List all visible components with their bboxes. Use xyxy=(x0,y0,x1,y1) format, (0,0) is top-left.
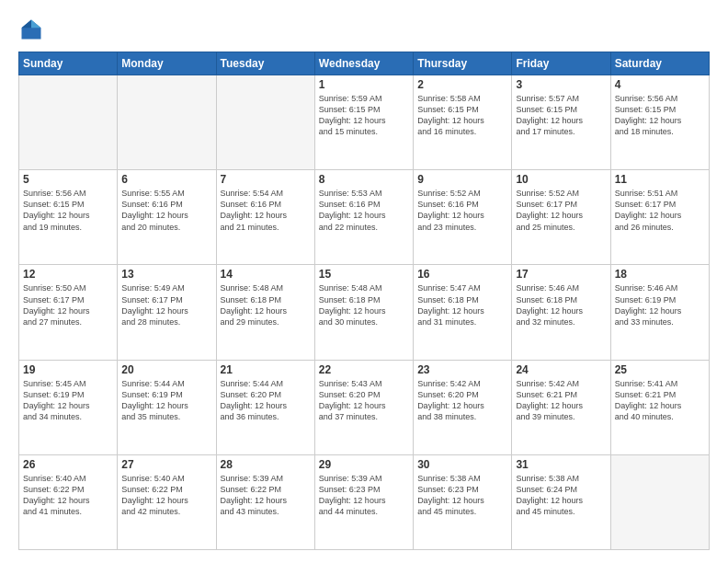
day-info: Sunrise: 5:53 AM Sunset: 6:16 PM Dayligh… xyxy=(319,188,409,233)
week-row: 19Sunrise: 5:45 AM Sunset: 6:19 PM Dayli… xyxy=(19,360,710,454)
day-number: 29 xyxy=(319,458,409,471)
calendar-cell: 19Sunrise: 5:45 AM Sunset: 6:19 PM Dayli… xyxy=(19,360,118,454)
day-info: Sunrise: 5:48 AM Sunset: 6:18 PM Dayligh… xyxy=(221,282,311,327)
day-info: Sunrise: 5:56 AM Sunset: 6:15 PM Dayligh… xyxy=(615,93,705,138)
calendar-cell: 20Sunrise: 5:44 AM Sunset: 6:19 PM Dayli… xyxy=(118,360,216,454)
day-info: Sunrise: 5:39 AM Sunset: 6:22 PM Dayligh… xyxy=(221,473,311,518)
day-number: 10 xyxy=(516,173,606,186)
weekday-header: Thursday xyxy=(414,52,512,75)
calendar-cell: 31Sunrise: 5:38 AM Sunset: 6:24 PM Dayli… xyxy=(512,454,610,549)
day-info: Sunrise: 5:47 AM Sunset: 6:18 PM Dayligh… xyxy=(417,282,507,327)
calendar-body: 1Sunrise: 5:59 AM Sunset: 6:15 PM Daylig… xyxy=(19,75,710,550)
calendar-cell: 9Sunrise: 5:52 AM Sunset: 6:16 PM Daylig… xyxy=(414,170,512,265)
day-info: Sunrise: 5:54 AM Sunset: 6:16 PM Dayligh… xyxy=(221,188,311,233)
header xyxy=(18,17,710,42)
calendar-cell: 3Sunrise: 5:57 AM Sunset: 6:15 PM Daylig… xyxy=(512,75,610,170)
day-number: 31 xyxy=(516,458,606,471)
calendar-cell: 15Sunrise: 5:48 AM Sunset: 6:18 PM Dayli… xyxy=(314,265,413,360)
weekday-header: Saturday xyxy=(610,52,709,75)
calendar-cell xyxy=(19,75,118,170)
calendar-cell: 5Sunrise: 5:56 AM Sunset: 6:15 PM Daylig… xyxy=(19,170,118,265)
calendar-cell: 2Sunrise: 5:58 AM Sunset: 6:15 PM Daylig… xyxy=(414,75,512,170)
day-info: Sunrise: 5:48 AM Sunset: 6:18 PM Dayligh… xyxy=(319,282,409,327)
day-info: Sunrise: 5:56 AM Sunset: 6:15 PM Dayligh… xyxy=(23,188,113,233)
week-row: 26Sunrise: 5:40 AM Sunset: 6:22 PM Dayli… xyxy=(19,454,710,549)
day-number: 22 xyxy=(319,363,409,376)
day-number: 9 xyxy=(417,173,507,186)
calendar-cell: 25Sunrise: 5:41 AM Sunset: 6:21 PM Dayli… xyxy=(610,360,709,454)
week-row: 12Sunrise: 5:50 AM Sunset: 6:17 PM Dayli… xyxy=(19,265,710,360)
weekday-header: Tuesday xyxy=(216,52,314,75)
day-number: 28 xyxy=(221,458,311,471)
calendar-cell: 4Sunrise: 5:56 AM Sunset: 6:15 PM Daylig… xyxy=(610,75,709,170)
day-number: 21 xyxy=(221,363,311,376)
day-number: 19 xyxy=(23,363,113,376)
calendar-cell xyxy=(216,75,314,170)
weekday-header: Sunday xyxy=(19,52,118,75)
day-number: 12 xyxy=(23,268,113,281)
day-info: Sunrise: 5:42 AM Sunset: 6:20 PM Dayligh… xyxy=(417,378,507,423)
calendar-cell: 18Sunrise: 5:46 AM Sunset: 6:19 PM Dayli… xyxy=(610,265,709,360)
day-number: 27 xyxy=(121,458,211,471)
day-number: 13 xyxy=(121,268,211,281)
calendar-cell: 22Sunrise: 5:43 AM Sunset: 6:20 PM Dayli… xyxy=(314,360,413,454)
day-info: Sunrise: 5:57 AM Sunset: 6:15 PM Dayligh… xyxy=(516,93,606,138)
day-number: 11 xyxy=(615,173,705,186)
calendar-cell: 11Sunrise: 5:51 AM Sunset: 6:17 PM Dayli… xyxy=(610,170,709,265)
day-number: 26 xyxy=(23,458,113,471)
day-number: 18 xyxy=(615,268,705,281)
calendar-cell: 1Sunrise: 5:59 AM Sunset: 6:15 PM Daylig… xyxy=(314,75,413,170)
day-info: Sunrise: 5:44 AM Sunset: 6:20 PM Dayligh… xyxy=(221,378,311,423)
day-info: Sunrise: 5:43 AM Sunset: 6:20 PM Dayligh… xyxy=(319,378,409,423)
calendar-cell xyxy=(610,454,709,549)
calendar-cell: 16Sunrise: 5:47 AM Sunset: 6:18 PM Dayli… xyxy=(414,265,512,360)
weekday-header: Monday xyxy=(118,52,216,75)
day-info: Sunrise: 5:51 AM Sunset: 6:17 PM Dayligh… xyxy=(615,188,705,233)
calendar-cell: 14Sunrise: 5:48 AM Sunset: 6:18 PM Dayli… xyxy=(216,265,314,360)
logo xyxy=(18,17,48,42)
day-info: Sunrise: 5:45 AM Sunset: 6:19 PM Dayligh… xyxy=(23,378,113,423)
week-row: 1Sunrise: 5:59 AM Sunset: 6:15 PM Daylig… xyxy=(19,75,710,170)
weekday-header: Wednesday xyxy=(314,52,413,75)
calendar-cell: 24Sunrise: 5:42 AM Sunset: 6:21 PM Dayli… xyxy=(512,360,610,454)
day-info: Sunrise: 5:59 AM Sunset: 6:15 PM Dayligh… xyxy=(319,93,409,138)
logo-icon xyxy=(18,17,44,42)
day-number: 2 xyxy=(417,78,507,91)
day-number: 7 xyxy=(221,173,311,186)
calendar-table: SundayMondayTuesdayWednesdayThursdayFrid… xyxy=(18,52,710,550)
calendar-cell: 29Sunrise: 5:39 AM Sunset: 6:23 PM Dayli… xyxy=(314,454,413,549)
day-number: 8 xyxy=(319,173,409,186)
day-number: 24 xyxy=(516,363,606,376)
day-number: 5 xyxy=(23,173,113,186)
day-info: Sunrise: 5:41 AM Sunset: 6:21 PM Dayligh… xyxy=(615,378,705,423)
calendar-cell: 10Sunrise: 5:52 AM Sunset: 6:17 PM Dayli… xyxy=(512,170,610,265)
weekday-header: Friday xyxy=(512,52,610,75)
day-number: 16 xyxy=(417,268,507,281)
day-number: 3 xyxy=(516,78,606,91)
day-info: Sunrise: 5:46 AM Sunset: 6:19 PM Dayligh… xyxy=(615,282,705,327)
week-row: 5Sunrise: 5:56 AM Sunset: 6:15 PM Daylig… xyxy=(19,170,710,265)
svg-marker-1 xyxy=(31,20,41,29)
calendar-cell: 8Sunrise: 5:53 AM Sunset: 6:16 PM Daylig… xyxy=(314,170,413,265)
day-info: Sunrise: 5:38 AM Sunset: 6:23 PM Dayligh… xyxy=(417,473,507,518)
day-number: 4 xyxy=(615,78,705,91)
svg-marker-2 xyxy=(22,20,32,29)
day-number: 20 xyxy=(121,363,211,376)
calendar-cell xyxy=(118,75,216,170)
calendar-cell: 21Sunrise: 5:44 AM Sunset: 6:20 PM Dayli… xyxy=(216,360,314,454)
calendar-cell: 7Sunrise: 5:54 AM Sunset: 6:16 PM Daylig… xyxy=(216,170,314,265)
day-number: 1 xyxy=(319,78,409,91)
day-info: Sunrise: 5:49 AM Sunset: 6:17 PM Dayligh… xyxy=(121,282,211,327)
day-info: Sunrise: 5:40 AM Sunset: 6:22 PM Dayligh… xyxy=(121,473,211,518)
day-info: Sunrise: 5:39 AM Sunset: 6:23 PM Dayligh… xyxy=(319,473,409,518)
day-info: Sunrise: 5:58 AM Sunset: 6:15 PM Dayligh… xyxy=(417,93,507,138)
calendar-header: SundayMondayTuesdayWednesdayThursdayFrid… xyxy=(19,52,710,75)
day-info: Sunrise: 5:52 AM Sunset: 6:17 PM Dayligh… xyxy=(516,188,606,233)
day-number: 23 xyxy=(417,363,507,376)
day-number: 25 xyxy=(615,363,705,376)
day-info: Sunrise: 5:55 AM Sunset: 6:16 PM Dayligh… xyxy=(121,188,211,233)
day-number: 6 xyxy=(121,173,211,186)
calendar-cell: 13Sunrise: 5:49 AM Sunset: 6:17 PM Dayli… xyxy=(118,265,216,360)
day-number: 14 xyxy=(221,268,311,281)
calendar-cell: 6Sunrise: 5:55 AM Sunset: 6:16 PM Daylig… xyxy=(118,170,216,265)
